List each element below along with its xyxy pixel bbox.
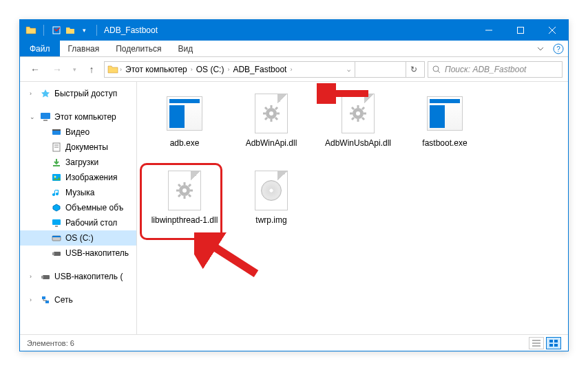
- network-icon: [40, 294, 51, 305]
- usb-icon: [40, 271, 51, 282]
- svg-rect-10: [43, 120, 48, 121]
- titlebar[interactable]: ▾ ADB_Fastboot: [20, 20, 568, 41]
- svg-line-37: [275, 107, 277, 109]
- chevron-right-icon[interactable]: ›: [227, 66, 229, 73]
- svg-rect-26: [41, 276, 43, 279]
- chevron-right-icon[interactable]: ›: [120, 66, 122, 73]
- svg-rect-2: [518, 28, 524, 34]
- nav-tree[interactable]: › Быстрый доступ ⌄ Этот компьютер ВидеоД…: [20, 82, 137, 334]
- svg-rect-27: [42, 296, 45, 299]
- chevron-right-icon[interactable]: ›: [191, 66, 193, 73]
- explorer-window: ▾ ADB_Fastboot Файл Главная Поделиться В…: [19, 19, 569, 351]
- svg-line-48: [352, 118, 354, 120]
- ribbon-tab-home[interactable]: Главная: [60, 41, 108, 56]
- file-item[interactable]: adb.exe: [141, 89, 228, 166]
- desktop-icon: [51, 217, 62, 228]
- svg-rect-62: [549, 340, 553, 342]
- svg-line-38: [265, 118, 267, 120]
- view-large-icons-button[interactable]: [546, 337, 561, 349]
- svg-rect-9: [41, 113, 50, 119]
- nav-back-button[interactable]: ←: [25, 60, 45, 79]
- tree-network[interactable]: › Сеть: [20, 292, 136, 307]
- breadcrumb-item[interactable]: OS (C:): [194, 65, 227, 74]
- chevron-right-icon[interactable]: ›: [290, 66, 292, 73]
- tree-item[interactable]: Музыка: [20, 185, 136, 200]
- docs-icon: [51, 142, 62, 153]
- tree-usb[interactable]: › USB-накопитель (: [20, 269, 136, 284]
- tree-item[interactable]: Рабочий стол: [20, 215, 136, 230]
- address-bar[interactable]: › Этот компьютер › OS (C:) › ADB_Fastboo…: [104, 61, 425, 78]
- breadcrumb-item[interactable]: ADB_Fastboot: [231, 65, 288, 74]
- view-details-button[interactable]: [529, 337, 544, 349]
- ribbon-tab-share[interactable]: Поделиться: [107, 41, 169, 56]
- file-list[interactable]: adb.exeAdbWinApi.dllAdbWinUsbApi.dllfast…: [137, 82, 568, 334]
- monitor-icon: [40, 111, 51, 122]
- svg-rect-25: [43, 275, 50, 279]
- svg-line-56: [189, 195, 191, 197]
- svg-rect-23: [54, 252, 61, 256]
- downloads-icon: [51, 157, 62, 168]
- tree-this-pc[interactable]: ⌄ Этот компьютер: [20, 109, 136, 124]
- svg-point-18: [54, 176, 56, 178]
- qat-newfolder-icon[interactable]: [65, 25, 76, 36]
- minimize-button[interactable]: [473, 20, 505, 41]
- file-thumb-dll: [336, 91, 380, 135]
- file-item[interactable]: AdbWinApi.dll: [228, 89, 315, 166]
- search-input[interactable]: Поиск: ADB_Fastboot: [428, 61, 563, 78]
- file-thumb-dll: [249, 91, 293, 135]
- close-button[interactable]: [536, 20, 568, 41]
- breadcrumb-item[interactable]: Этот компьютер: [123, 65, 189, 74]
- tree-item[interactable]: Изображения: [20, 170, 136, 185]
- file-item[interactable]: libwinpthread-1.dll: [141, 166, 228, 243]
- video-icon: [51, 127, 62, 138]
- tree-item[interactable]: Документы: [20, 140, 136, 155]
- refresh-button[interactable]: ↻: [406, 62, 421, 77]
- svg-rect-12: [52, 129, 61, 131]
- ribbon: Файл Главная Поделиться Вид ?: [20, 41, 568, 57]
- svg-line-47: [362, 107, 364, 109]
- file-item[interactable]: AdbWinUsbApi.dll: [315, 89, 401, 166]
- file-label: AdbWinApi.dll: [246, 138, 297, 149]
- qat-dropdown-icon[interactable]: ▾: [78, 25, 90, 36]
- svg-rect-28: [45, 301, 49, 303]
- maximize-button[interactable]: [505, 20, 536, 41]
- file-thumb-exe: [162, 91, 207, 135]
- file-item[interactable]: fastboot.exe: [401, 89, 488, 166]
- svg-rect-63: [554, 340, 558, 342]
- file-label: AdbWinUsbApi.dll: [325, 138, 391, 149]
- 3d-icon: [51, 202, 62, 213]
- search-placeholder: Поиск: ADB_Fastboot: [445, 65, 526, 74]
- star-icon: [40, 88, 51, 99]
- addr-history-dropdown[interactable]: ⌵: [343, 62, 355, 77]
- help-icon[interactable]: ?: [549, 41, 568, 56]
- nav-up-button[interactable]: ↑: [82, 60, 101, 79]
- tree-item[interactable]: Объемные объ: [20, 200, 136, 215]
- folder-icon: [25, 25, 36, 36]
- nav-forward-button[interactable]: →: [48, 60, 67, 79]
- svg-rect-22: [52, 236, 61, 237]
- svg-line-35: [265, 107, 267, 109]
- qat-properties-icon[interactable]: [51, 25, 62, 36]
- svg-line-58: [178, 195, 180, 197]
- status-item-count: Элементов: 6: [27, 339, 74, 347]
- tree-item[interactable]: USB-накопитель: [20, 246, 136, 261]
- ribbon-expand-icon[interactable]: [532, 41, 549, 56]
- file-label: twrp.img: [255, 215, 286, 226]
- svg-rect-19: [52, 219, 61, 225]
- file-thumb-dll: [162, 168, 207, 213]
- file-item[interactable]: twrp.img: [228, 166, 315, 243]
- tree-item[interactable]: Загрузки: [20, 155, 136, 170]
- pictures-icon: [51, 172, 62, 183]
- tree-item[interactable]: OS (C:): [20, 230, 136, 246]
- file-label: libwinpthread-1.dll: [151, 215, 218, 226]
- svg-rect-24: [52, 252, 54, 255]
- ribbon-file-tab[interactable]: Файл: [20, 41, 60, 56]
- file-thumb-img: [249, 168, 293, 213]
- svg-line-46: [362, 118, 364, 120]
- svg-point-7: [433, 66, 439, 72]
- nav-recent-dropdown[interactable]: ▾: [70, 60, 79, 79]
- tree-item[interactable]: Видео: [20, 124, 136, 140]
- tree-quick-access[interactable]: › Быстрый доступ: [20, 86, 136, 101]
- music-icon: [51, 187, 62, 198]
- ribbon-tab-view[interactable]: Вид: [169, 41, 201, 56]
